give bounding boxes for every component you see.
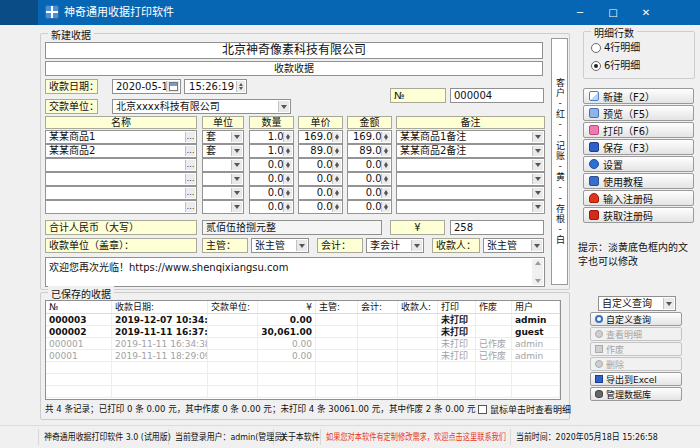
item-name-input[interactable]: 某某商品1… (45, 130, 197, 144)
dropdown-arrow-icon[interactable] (231, 132, 242, 142)
item-name-input[interactable]: 某某商品2… (45, 144, 197, 158)
dropdown-arrow-icon[interactable] (231, 160, 242, 170)
export-excel-button[interactable]: 导出到Excel (590, 372, 682, 386)
time-spinner[interactable] (236, 81, 245, 92)
item-qty-input[interactable]: 0.00 (249, 186, 294, 200)
receipt-no-input[interactable]: 000004 (450, 88, 544, 103)
minimize-button[interactable]: ─ (566, 0, 594, 25)
calendar-dropdown[interactable] (166, 81, 179, 92)
item-price-input[interactable]: 0.00 (298, 172, 343, 186)
manage-database-button[interactable]: 管理数据库 (590, 387, 682, 401)
item-unit-select[interactable]: 套 (202, 144, 244, 158)
item-unit-select[interactable] (202, 172, 244, 186)
spinner[interactable] (381, 174, 390, 184)
dropdown-arrow-icon[interactable] (296, 240, 307, 251)
saved-row[interactable]: 0000012019-11-11 16:34:380.00未打印已作废admin (46, 338, 560, 350)
custom-query-button[interactable]: 自定义查询 (590, 312, 682, 326)
accountant-select[interactable]: 李会计 (366, 238, 424, 253)
spinner[interactable] (381, 160, 390, 170)
item-name-input[interactable]: … (45, 200, 197, 214)
item-amount-input[interactable]: 0.00 (347, 200, 392, 214)
saved-row[interactable]: 0000032019-12-07 10:34:320.00未打印admin (46, 314, 560, 326)
item-amount-input[interactable]: 169.00 (347, 130, 392, 144)
item-remark-select[interactable] (396, 158, 545, 172)
dropdown-arrow-icon[interactable] (231, 174, 242, 184)
item-name-input[interactable]: … (45, 158, 197, 172)
item-amount-input[interactable]: 0.00 (347, 172, 392, 186)
item-price-input[interactable]: 0.00 (298, 158, 343, 172)
item-qty-input[interactable]: 0.00 (249, 200, 294, 214)
dropdown-arrow-icon[interactable] (411, 240, 422, 251)
spinner[interactable] (283, 188, 292, 198)
dropdown-arrow-icon[interactable] (532, 160, 543, 170)
textarea-scrollbar[interactable] (532, 259, 543, 285)
spinner[interactable] (283, 132, 292, 142)
close-button[interactable]: ✕ (632, 0, 660, 25)
dropdown-arrow-icon[interactable] (663, 298, 674, 309)
ellipsis-button[interactable]: … (185, 188, 195, 198)
ellipsis-button[interactable]: … (185, 160, 195, 170)
item-unit-select[interactable]: 套 (202, 130, 244, 144)
spinner[interactable] (332, 132, 341, 142)
custom-query-select[interactable]: 自定义查询 (598, 296, 676, 311)
payer-select[interactable]: 北京xxxx科技有限公司 (112, 99, 291, 114)
welcome-textarea[interactable]: 欢迎您再次光临！https://www.shenqixiangsu.com (45, 257, 545, 287)
dropdown-arrow-icon[interactable] (532, 174, 543, 184)
spinner[interactable] (283, 146, 292, 156)
ellipsis-button[interactable]: … (185, 132, 195, 142)
spinner[interactable] (381, 132, 390, 142)
dropdown-arrow-icon[interactable] (231, 202, 242, 212)
spinner[interactable] (283, 160, 292, 170)
dropdown-arrow-icon[interactable] (532, 132, 543, 142)
item-remark-select[interactable] (396, 172, 545, 186)
time-input[interactable]: 15:26:19 (184, 79, 247, 94)
ellipsis-button[interactable]: … (185, 202, 195, 212)
receipt-title-input[interactable]: 收款收据 (45, 61, 543, 76)
saved-row[interactable]: 0000022019-11-11 16:37:5230,061.00未打印gue… (46, 326, 560, 338)
saved-row[interactable]: 000012019-11-11 18:29:090.00未打印已作废admin (46, 350, 560, 362)
item-name-input[interactable]: … (45, 172, 197, 186)
spinner[interactable] (332, 160, 341, 170)
enter-regcode-button[interactable]: 输入注册码 (583, 190, 694, 206)
item-name-input[interactable]: … (45, 186, 197, 200)
dropdown-arrow-icon[interactable] (231, 188, 242, 198)
dropdown-arrow-icon[interactable] (532, 188, 543, 198)
maximize-button[interactable]: □ (599, 0, 627, 25)
item-remark-select[interactable]: 某某商品1备注 (396, 130, 545, 144)
item-qty-input[interactable]: 1.00 (249, 130, 294, 144)
item-amount-input[interactable]: 0.00 (347, 186, 392, 200)
item-price-input[interactable]: 89.00 (298, 144, 343, 158)
new-button[interactable]: 新建（F2） (583, 88, 694, 104)
supervisor-select[interactable]: 张主管 (251, 238, 309, 253)
spinner[interactable] (332, 188, 341, 198)
item-remark-select[interactable] (396, 200, 545, 214)
print-button[interactable]: 打印（F6） (583, 122, 694, 138)
item-price-input[interactable]: 0.00 (298, 200, 343, 214)
save-button[interactable]: 保存（F3） (583, 139, 694, 155)
view-detail-checkbox[interactable] (478, 405, 487, 414)
spinner[interactable] (381, 202, 390, 212)
payee-select[interactable]: 张主管 (483, 238, 544, 253)
item-qty-input[interactable]: 0.00 (249, 172, 294, 186)
dropdown-arrow-icon[interactable] (278, 101, 289, 112)
status-about-link[interactable]: 关于本软件 (280, 426, 319, 448)
item-price-input[interactable]: 169.00 (298, 130, 343, 144)
item-remark-select[interactable] (396, 186, 545, 200)
preview-button[interactable]: 预览（F5） (583, 105, 694, 121)
date-picker[interactable]: 2020-05-18 (112, 79, 181, 94)
spinner[interactable] (283, 174, 292, 184)
get-regcode-button[interactable]: 获取注册码 (583, 207, 694, 223)
item-amount-input[interactable]: 89.00 (347, 144, 392, 158)
item-remark-select[interactable]: 某某商品2备注 (396, 144, 545, 158)
item-qty-input[interactable]: 0.00 (249, 158, 294, 172)
ellipsis-button[interactable]: … (185, 174, 195, 184)
status-contact-link[interactable]: 如果您对本软件有定制修改需求，欢迎点击这里联系我们 (326, 426, 509, 448)
radio-4-lines[interactable]: 4行明细 (591, 41, 640, 54)
spinner[interactable] (332, 174, 341, 184)
spinner[interactable] (381, 146, 390, 156)
ellipsis-button[interactable]: … (185, 146, 195, 156)
item-unit-select[interactable] (202, 200, 244, 214)
item-price-input[interactable]: 0.00 (298, 186, 343, 200)
dropdown-arrow-icon[interactable] (231, 146, 242, 156)
dropdown-arrow-icon[interactable] (532, 202, 543, 212)
